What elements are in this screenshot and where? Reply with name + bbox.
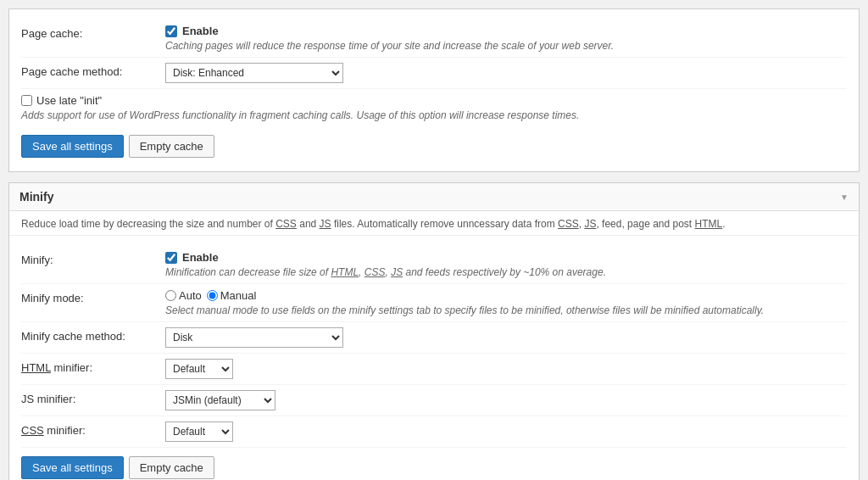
css-minifier-row: CSS minifier: Default YUI Compressor bbox=[21, 416, 847, 448]
css-link2[interactable]: CSS bbox=[558, 218, 579, 230]
html-minify-link[interactable]: HTML bbox=[331, 266, 359, 278]
late-init-label[interactable]: Use late "init" bbox=[21, 94, 847, 107]
minify-body: Minify: Enable Minification can decrease… bbox=[9, 236, 859, 480]
css-minifier-link[interactable]: CSS bbox=[21, 424, 44, 437]
css-minifier-controls: Default YUI Compressor bbox=[165, 421, 847, 442]
minify-controls: Enable Minification can decrease file si… bbox=[165, 251, 847, 278]
minify-mode-row: Minify mode: Auto Manual Select manual m… bbox=[21, 284, 847, 322]
html-link[interactable]: HTML bbox=[695, 218, 723, 230]
cache-method-select[interactable]: Disk: Enhanced Disk Memcached APC eAccel… bbox=[165, 63, 343, 83]
minify-mode-controls: Auto Manual Select manual mode to use fi… bbox=[165, 289, 847, 316]
js-minifier-select[interactable]: JSMin (default) YUI Compressor Closure C… bbox=[165, 390, 275, 410]
js-minifier-row: JS minifier: JSMin (default) YUI Compres… bbox=[21, 385, 847, 416]
css-minifier-label: CSS minifier: bbox=[21, 421, 165, 437]
minify-section: Minify ▼ Reduce load time by decreasing … bbox=[8, 182, 860, 480]
cache-method-controls: Disk: Enhanced Disk Memcached APC eAccel… bbox=[165, 63, 847, 83]
page-cache-row: Page cache: Enable Caching pages will re… bbox=[21, 20, 847, 58]
late-init-checkbox[interactable] bbox=[21, 95, 32, 106]
js-minifier-label: JS minifier: bbox=[21, 390, 165, 405]
empty-cache-button-top[interactable]: Empty cache bbox=[129, 135, 214, 158]
page-cache-section: Page cache: Enable Caching pages will re… bbox=[8, 8, 860, 172]
minify-cache-controls: Disk Memcached APC eAccelerator XCache W… bbox=[165, 327, 847, 348]
page-cache-desc: Caching pages will reduce the response t… bbox=[165, 40, 847, 52]
cache-method-label: Page cache method: bbox=[21, 63, 165, 78]
minify-header-title: Minify bbox=[19, 190, 53, 204]
manual-label: Manual bbox=[220, 289, 257, 302]
js-minifier-controls: JSMin (default) YUI Compressor Closure C… bbox=[165, 390, 847, 410]
auto-label: Auto bbox=[179, 289, 202, 302]
css-link[interactable]: CSS bbox=[275, 218, 297, 230]
html-minifier-select[interactable]: Default Minify bbox=[165, 359, 233, 379]
empty-cache-button-bottom[interactable]: Empty cache bbox=[129, 456, 214, 479]
minify-cache-select[interactable]: Disk Memcached APC eAccelerator XCache W… bbox=[165, 327, 343, 348]
late-init-row: Use late "init" Adds support for use of … bbox=[21, 89, 847, 126]
minify-cache-label: Minify cache method: bbox=[21, 327, 165, 343]
minify-intro: Reduce load time by decreasing the size … bbox=[9, 211, 859, 236]
minify-mode-desc: Select manual mode to use fields on the … bbox=[165, 304, 847, 316]
minify-desc: Minification can decrease file size of H… bbox=[165, 266, 847, 278]
page-cache-body: Page cache: Enable Caching pages will re… bbox=[9, 9, 859, 171]
js-link2[interactable]: JS bbox=[584, 218, 596, 230]
css-minifier-select[interactable]: Default YUI Compressor bbox=[165, 421, 233, 442]
minify-enable-label: Enable bbox=[182, 251, 219, 264]
html-minifier-link[interactable]: HTML bbox=[21, 361, 51, 374]
minify-checkbox[interactable] bbox=[165, 252, 177, 264]
auto-radio-label[interactable]: Auto bbox=[165, 289, 202, 302]
manual-radio-label[interactable]: Manual bbox=[207, 289, 257, 302]
minify-mode-label: Minify mode: bbox=[21, 289, 165, 304]
late-init-text: Use late "init" bbox=[36, 94, 102, 107]
page-cache-label: Page cache: bbox=[21, 25, 165, 40]
minify-cache-method-row: Minify cache method: Disk Memcached APC … bbox=[21, 322, 847, 354]
page-cache-enable-row: Enable bbox=[165, 25, 847, 37]
html-minifier-controls: Default Minify bbox=[165, 359, 847, 379]
save-all-settings-button-bottom[interactable]: Save all settings bbox=[21, 456, 124, 479]
html-minifier-row: HTML minifier: Default Minify bbox=[21, 354, 847, 385]
chevron-down-icon: ▼ bbox=[840, 193, 849, 202]
page-cache-enable-label: Enable bbox=[182, 25, 219, 37]
js-link[interactable]: JS bbox=[320, 218, 331, 230]
save-all-settings-button-top[interactable]: Save all settings bbox=[21, 135, 124, 158]
cache-method-row: Page cache method: Disk: Enhanced Disk M… bbox=[21, 58, 847, 89]
css-minify-link[interactable]: CSS bbox=[364, 266, 386, 278]
minify-section-header: Minify ▼ bbox=[9, 183, 859, 211]
minify-actions: Save all settings Empty cache bbox=[21, 448, 847, 480]
minify-enable-row: Minify: Enable Minification can decrease… bbox=[21, 246, 847, 284]
auto-radio[interactable] bbox=[165, 290, 176, 301]
minify-enable-wrap: Enable bbox=[165, 251, 847, 264]
page-cache-controls: Enable Caching pages will reduce the res… bbox=[165, 25, 847, 52]
late-init-desc: Adds support for use of WordPress functi… bbox=[21, 109, 847, 121]
minify-mode-radio-row: Auto Manual bbox=[165, 289, 847, 302]
html-minifier-label: HTML minifier: bbox=[21, 359, 165, 374]
page-cache-actions: Save all settings Empty cache bbox=[21, 126, 847, 161]
minify-label: Minify: bbox=[21, 251, 165, 266]
js-minify-link[interactable]: JS bbox=[391, 266, 403, 278]
page-wrap: Page cache: Enable Caching pages will re… bbox=[0, 0, 868, 480]
manual-radio[interactable] bbox=[207, 290, 218, 301]
page-cache-checkbox[interactable] bbox=[165, 25, 177, 37]
